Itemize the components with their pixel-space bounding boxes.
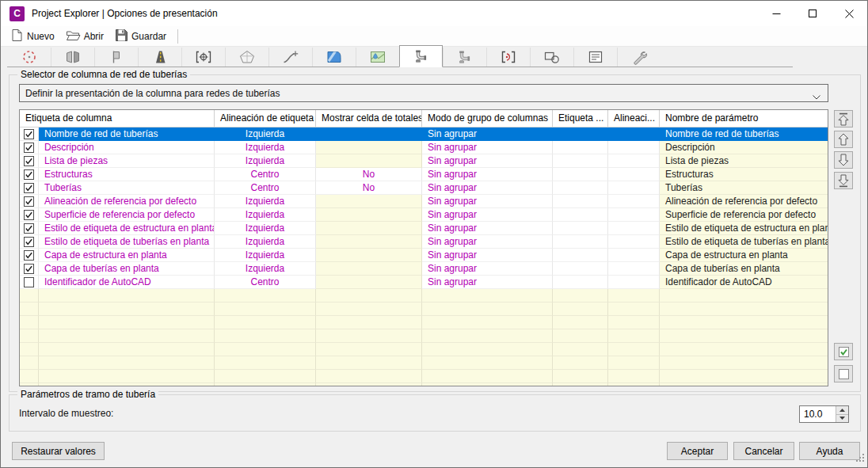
spinner-down-button[interactable]: [836, 415, 848, 423]
row-checkbox-checked[interactable]: [20, 262, 39, 276]
column-label-cell[interactable]: Capa de tuberías en planta: [39, 262, 215, 276]
tab-log[interactable]: [573, 48, 617, 67]
group-label-cell[interactable]: [553, 181, 608, 195]
totals-cell[interactable]: No: [316, 181, 422, 195]
row-checkbox-checked[interactable]: [20, 195, 39, 208]
row-checkbox-checked[interactable]: [20, 168, 39, 181]
move-down-button[interactable]: [834, 151, 853, 169]
move-to-bottom-button[interactable]: [834, 172, 853, 189]
group-label-cell[interactable]: [553, 141, 608, 154]
totals-cell[interactable]: [316, 262, 422, 276]
group-mode-cell[interactable]: Sin agrupar: [422, 168, 553, 181]
parameter-name-cell[interactable]: Identificador de AutoCAD: [660, 276, 828, 289]
totals-cell[interactable]: [316, 208, 422, 222]
tab-shapes[interactable]: [530, 48, 573, 67]
uncheck-all-button[interactable]: [834, 365, 853, 382]
group-alignment-cell[interactable]: [608, 141, 660, 154]
tab-profiles[interactable]: [94, 48, 138, 67]
group-label-cell[interactable]: [553, 154, 608, 168]
totals-cell[interactable]: [316, 222, 422, 235]
table-row[interactable]: Nombre de red de tuberíasIzquierdaSin ag…: [20, 127, 828, 141]
parameter-name-cell[interactable]: Estilo de etiqueta de tuberías en planta: [660, 235, 828, 249]
move-to-top-button[interactable]: [834, 110, 853, 127]
parameter-name-cell[interactable]: Nombre de red de tuberías: [660, 127, 828, 141]
group-alignment-cell[interactable]: [608, 127, 660, 141]
parameter-name-cell[interactable]: Alineación de referencia por defecto: [660, 195, 828, 208]
column-label-cell[interactable]: Lista de piezas: [39, 154, 215, 168]
row-checkbox-checked[interactable]: [20, 222, 39, 235]
group-mode-cell[interactable]: Sin agrupar: [422, 154, 553, 168]
resize-grip[interactable]: [856, 454, 865, 465]
group-label-cell[interactable]: [553, 222, 608, 235]
table-row[interactable]: Estilo de etiqueta de tuberías en planta…: [20, 235, 828, 249]
row-checkbox-checked[interactable]: [20, 154, 39, 168]
parameter-name-cell[interactable]: Tuberías: [660, 181, 828, 195]
label-alignment-cell[interactable]: Centro: [215, 276, 316, 289]
row-checkbox-checked[interactable]: [20, 127, 39, 141]
tab-intervals[interactable]: [486, 48, 530, 67]
group-alignment-cell[interactable]: [608, 181, 660, 195]
tab-sample-lines[interactable]: [181, 48, 225, 67]
ok-button[interactable]: Aceptar: [667, 442, 728, 460]
parameter-name-cell[interactable]: Lista de piezas: [660, 154, 828, 168]
row-checkbox-checked[interactable]: [20, 235, 39, 249]
tab-surfaces[interactable]: [356, 48, 399, 67]
label-alignment-cell[interactable]: Izquierda: [215, 141, 316, 154]
save-button[interactable]: Guardar: [113, 27, 171, 46]
column-label-cell[interactable]: Descripción: [39, 141, 215, 154]
table-row[interactable]: Superficie de referencia por defectoIzqu…: [20, 208, 828, 222]
column-header[interactable]: Etiqueta ...: [553, 110, 608, 127]
group-label-cell[interactable]: [553, 127, 608, 141]
column-header[interactable]: Alineación de etiqueta: [215, 110, 316, 127]
label-alignment-cell[interactable]: Izquierda: [215, 127, 316, 141]
help-button[interactable]: Ayuda: [799, 442, 860, 460]
tab-feature-lines[interactable]: [268, 48, 312, 67]
group-mode-cell[interactable]: Sin agrupar: [422, 208, 553, 222]
row-checkbox-checked[interactable]: [20, 181, 39, 195]
column-header[interactable]: Alineaci...: [608, 110, 660, 127]
label-alignment-cell[interactable]: Izquierda: [215, 195, 316, 208]
minimize-button[interactable]: [758, 1, 794, 26]
group-mode-cell[interactable]: Sin agrupar: [422, 222, 553, 235]
sampling-interval-value[interactable]: 10.0: [800, 406, 836, 422]
group-mode-cell[interactable]: Sin agrupar: [422, 249, 553, 262]
row-checkbox-unchecked[interactable]: [20, 276, 39, 289]
group-label-cell[interactable]: [553, 262, 608, 276]
group-label-cell[interactable]: [553, 168, 608, 181]
group-alignment-cell[interactable]: [608, 195, 660, 208]
restore-defaults-button[interactable]: Restaurar valores: [12, 442, 105, 460]
group-mode-cell[interactable]: Sin agrupar: [422, 127, 553, 141]
open-button[interactable]: Abrir: [64, 27, 108, 46]
new-button[interactable]: Nuevo: [9, 27, 59, 46]
row-checkbox-checked[interactable]: [20, 249, 39, 262]
totals-cell[interactable]: [316, 127, 422, 141]
group-label-cell[interactable]: [553, 208, 608, 222]
column-header[interactable]: Modo de grupo de columnas: [422, 110, 553, 127]
label-alignment-cell[interactable]: Izquierda: [215, 154, 316, 168]
totals-cell[interactable]: [316, 195, 422, 208]
table-row[interactable]: Capa de estructura en plantaIzquierdaSin…: [20, 249, 828, 262]
maximize-button[interactable]: [794, 1, 831, 26]
parameter-name-cell[interactable]: Estilo de etiqueta de estructura en plan…: [660, 222, 828, 235]
group-label-cell[interactable]: [553, 195, 608, 208]
table-row[interactable]: Lista de piezasIzquierdaSin agruparLista…: [20, 154, 828, 168]
column-label-cell[interactable]: Alineación de referencia por defecto: [39, 195, 215, 208]
label-alignment-cell[interactable]: Izquierda: [215, 249, 316, 262]
group-alignment-cell[interactable]: [608, 154, 660, 168]
tab-alignments[interactable]: [51, 48, 94, 67]
group-mode-cell[interactable]: Sin agrupar: [422, 141, 553, 154]
sampling-interval-spinner[interactable]: 10.0: [799, 405, 849, 423]
row-checkbox-checked[interactable]: [20, 141, 39, 154]
group-mode-cell[interactable]: Sin agrupar: [422, 195, 553, 208]
tab-pressure-networks[interactable]: [443, 48, 486, 67]
tab-tools-wrench[interactable]: [617, 48, 661, 67]
label-alignment-cell[interactable]: Izquierda: [215, 222, 316, 235]
tab-points[interactable]: [7, 48, 51, 67]
group-label-cell[interactable]: [553, 249, 608, 262]
label-alignment-cell[interactable]: Izquierda: [215, 235, 316, 249]
group-mode-cell[interactable]: Sin agrupar: [422, 262, 553, 276]
totals-cell[interactable]: [316, 276, 422, 289]
parameter-name-cell[interactable]: Capa de estructura en planta: [660, 249, 828, 262]
group-alignment-cell[interactable]: [608, 262, 660, 276]
group-alignment-cell[interactable]: [608, 276, 660, 289]
